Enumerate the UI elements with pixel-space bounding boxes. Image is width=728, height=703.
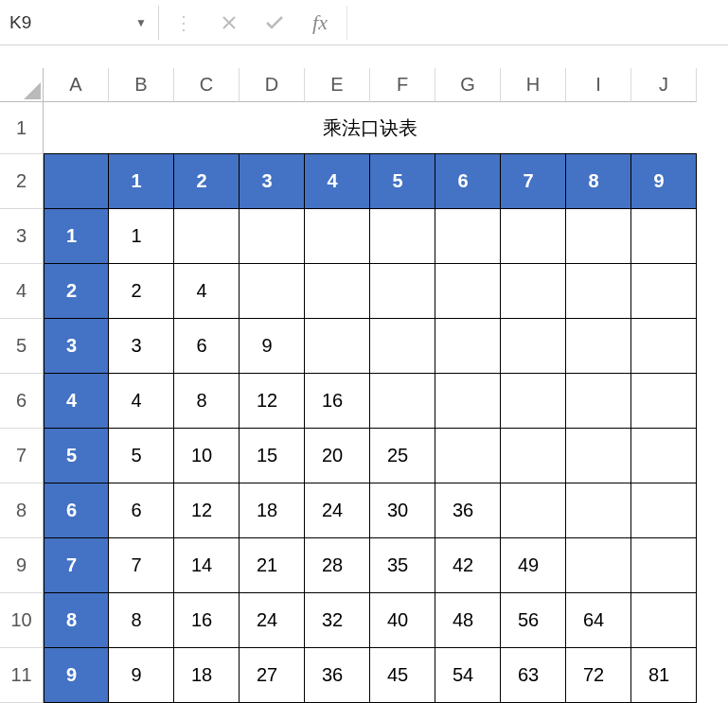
- cell-r3-c6[interactable]: [435, 319, 501, 374]
- cell-r8-c3[interactable]: 24: [240, 593, 305, 648]
- cell-r2-c9[interactable]: [631, 264, 697, 319]
- cell-r5-c1[interactable]: 5: [109, 429, 174, 483]
- cell-r7-c7[interactable]: 49: [501, 538, 566, 593]
- cell-r6-c8[interactable]: [566, 483, 631, 538]
- cell-r6-c9[interactable]: [631, 483, 697, 538]
- cell-r2-c7[interactable]: [501, 264, 566, 319]
- cell-r4-c5[interactable]: [370, 374, 435, 429]
- cell-r5-c8[interactable]: [566, 429, 631, 483]
- cell-r5-c6[interactable]: [435, 429, 501, 483]
- cell-r5-c2[interactable]: 10: [174, 429, 240, 483]
- row-header-6[interactable]: 6: [0, 374, 44, 429]
- cell-r2-c8[interactable]: [566, 264, 631, 319]
- cell-r7-c8[interactable]: [566, 538, 631, 593]
- cell-r6-c2[interactable]: 12: [174, 483, 240, 538]
- cell-r7-c4[interactable]: 28: [305, 538, 370, 593]
- row-header-8[interactable]: 8: [0, 483, 44, 538]
- cell-r8-c7[interactable]: 56: [501, 593, 566, 648]
- cell-r3-c8[interactable]: [566, 319, 631, 374]
- column-header-I[interactable]: I: [566, 68, 631, 102]
- cell-r9-c6[interactable]: 54: [435, 648, 501, 703]
- cell-r9-c7[interactable]: 63: [501, 648, 566, 703]
- cell-r3-c4[interactable]: [305, 319, 370, 374]
- cell-r4-c9[interactable]: [631, 374, 697, 429]
- cell-r5-c4[interactable]: 20: [305, 429, 370, 483]
- cell-r5-c7[interactable]: [501, 429, 566, 483]
- row-header-4[interactable]: 4: [0, 264, 44, 319]
- cell-r4-c6[interactable]: [435, 374, 501, 429]
- cell-r4-c4[interactable]: 16: [305, 374, 370, 429]
- column-header-C[interactable]: C: [174, 68, 240, 102]
- cell-r3-c1[interactable]: 3: [109, 319, 174, 374]
- row-header-2[interactable]: 2: [0, 154, 44, 209]
- cell-r8-c1[interactable]: 8: [109, 593, 174, 648]
- cell-r6-c6[interactable]: 36: [435, 483, 501, 538]
- cell-r9-c2[interactable]: 18: [174, 648, 240, 703]
- cell-r1-c2[interactable]: [174, 209, 240, 264]
- cell-r4-c8[interactable]: [566, 374, 631, 429]
- cell-r5-c3[interactable]: 15: [240, 429, 305, 483]
- fx-icon[interactable]: fx: [297, 6, 343, 40]
- row-header-11[interactable]: 11: [0, 648, 44, 703]
- cell-r1-c6[interactable]: [435, 209, 501, 264]
- cell-r3-c3[interactable]: 9: [240, 319, 305, 374]
- row-header-7[interactable]: 7: [0, 429, 44, 483]
- cell-r2-c6[interactable]: [435, 264, 501, 319]
- column-header-E[interactable]: E: [305, 68, 370, 102]
- cell-r1-c3[interactable]: [240, 209, 305, 264]
- cell-r1-c8[interactable]: [566, 209, 631, 264]
- select-all-corner[interactable]: [0, 68, 44, 102]
- cell-r4-c3[interactable]: 12: [240, 374, 305, 429]
- cell-r9-c3[interactable]: 27: [240, 648, 305, 703]
- cell-r8-c6[interactable]: 48: [435, 593, 501, 648]
- cell-r2-c5[interactable]: [370, 264, 435, 319]
- column-header-F[interactable]: F: [370, 68, 435, 102]
- column-header-H[interactable]: H: [501, 68, 566, 102]
- cell-r9-c5[interactable]: 45: [370, 648, 435, 703]
- cell-r9-c8[interactable]: 72: [566, 648, 631, 703]
- name-box[interactable]: K9 ▼: [0, 6, 159, 40]
- cell-r6-c3[interactable]: 18: [240, 483, 305, 538]
- row-header-9[interactable]: 9: [0, 538, 44, 593]
- cell-r1-c1[interactable]: 1: [109, 209, 174, 264]
- cell-r3-c7[interactable]: [501, 319, 566, 374]
- formula-input[interactable]: [346, 6, 728, 40]
- cell-r4-c2[interactable]: 8: [174, 374, 240, 429]
- cell-r1-c4[interactable]: [305, 209, 370, 264]
- cell-r2-c4[interactable]: [305, 264, 370, 319]
- cell-r7-c9[interactable]: [631, 538, 697, 593]
- cell-r4-c1[interactable]: 4: [109, 374, 174, 429]
- column-header-J[interactable]: J: [631, 68, 697, 102]
- cell-r9-c9[interactable]: 81: [631, 648, 697, 703]
- cell-r6-c7[interactable]: [501, 483, 566, 538]
- cell-r2-c3[interactable]: [240, 264, 305, 319]
- cell-r3-c5[interactable]: [370, 319, 435, 374]
- cell-r6-c4[interactable]: 24: [305, 483, 370, 538]
- cell-r1-c9[interactable]: [631, 209, 697, 264]
- cell-r1-c5[interactable]: [370, 209, 435, 264]
- cell-r6-c5[interactable]: 30: [370, 483, 435, 538]
- cell-r8-c2[interactable]: 16: [174, 593, 240, 648]
- row-header-1[interactable]: 1: [0, 102, 44, 154]
- cell-r7-c2[interactable]: 14: [174, 538, 240, 593]
- cancel-icon[interactable]: [206, 6, 252, 40]
- row-header-5[interactable]: 5: [0, 319, 44, 374]
- cell-r7-c6[interactable]: 42: [435, 538, 501, 593]
- cell-r7-c1[interactable]: 7: [109, 538, 174, 593]
- cell-r3-c2[interactable]: 6: [174, 319, 240, 374]
- cell-r2-c1[interactable]: 2: [109, 264, 174, 319]
- cell-r8-c5[interactable]: 40: [370, 593, 435, 648]
- column-header-D[interactable]: D: [240, 68, 305, 102]
- cell-r5-c9[interactable]: [631, 429, 697, 483]
- column-header-B[interactable]: B: [109, 68, 174, 102]
- cell-r5-c5[interactable]: 25: [370, 429, 435, 483]
- cell-r1-c7[interactable]: [501, 209, 566, 264]
- cell-r2-c2[interactable]: 4: [174, 264, 240, 319]
- column-header-A[interactable]: A: [44, 68, 109, 102]
- cell-r9-c4[interactable]: 36: [305, 648, 370, 703]
- cell-r4-c7[interactable]: [501, 374, 566, 429]
- cell-r7-c5[interactable]: 35: [370, 538, 435, 593]
- cell-r8-c4[interactable]: 32: [305, 593, 370, 648]
- cell-r8-c9[interactable]: [631, 593, 697, 648]
- row-header-3[interactable]: 3: [0, 209, 44, 264]
